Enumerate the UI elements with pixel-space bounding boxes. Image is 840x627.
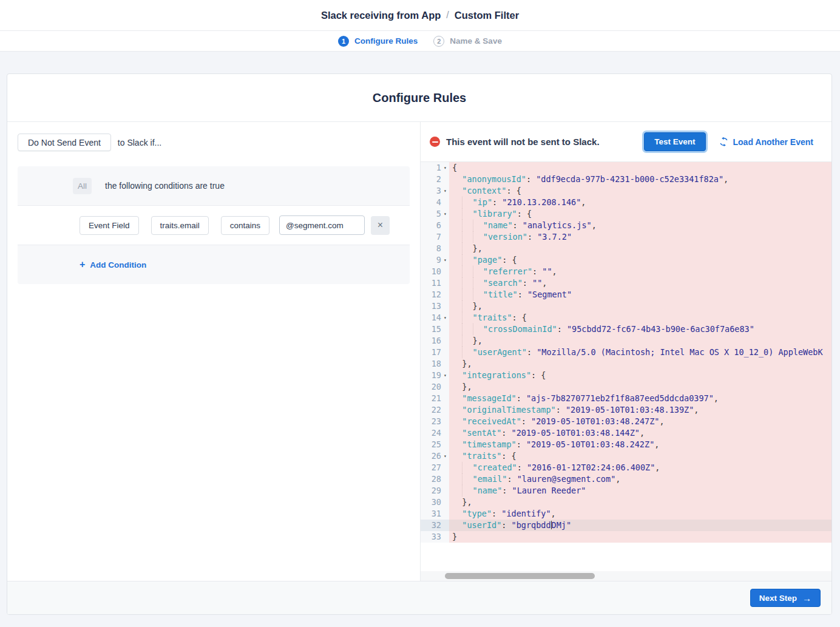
fold-spacer <box>441 300 449 312</box>
remove-condition-button[interactable]: × <box>371 216 390 235</box>
line-number: 30 <box>432 497 441 508</box>
plus-icon: + <box>80 259 85 270</box>
line-number: 33 <box>432 531 441 543</box>
group-operator-chip[interactable]: All <box>73 178 92 194</box>
code-line: 32 "userId": "bgrqbddDMj" <box>421 520 832 531</box>
breadcrumb-page: Custom Filter <box>455 10 519 21</box>
condition-row: Event Field traits.email contains × <box>18 206 410 245</box>
code-line: 11 "search": "", <box>421 277 832 289</box>
fold-spacer <box>441 381 449 393</box>
condition-operator-button[interactable]: contains <box>221 216 269 235</box>
fold-spacer <box>441 416 449 427</box>
fold-spacer <box>441 197 449 208</box>
line-number: 13 <box>432 300 441 312</box>
horizontal-scrollbar <box>421 571 832 581</box>
code-line: 16 }, <box>421 335 832 347</box>
fold-spacer <box>441 520 449 531</box>
code-line: 10 "referrer": "", <box>421 266 832 277</box>
code-line: 26▾ "traits": { <box>421 450 832 462</box>
code-line: 4 "ip": "210.13.208.146", <box>421 197 832 208</box>
next-step-button[interactable]: Next Step → <box>750 589 821 607</box>
code-line: 30 }, <box>421 497 832 508</box>
code-line: 9▾ "page": { <box>421 254 832 266</box>
editor-empty-area <box>421 543 832 571</box>
fold-toggle-icon[interactable]: ▾ <box>441 370 449 381</box>
add-condition-button[interactable]: + Add Condition <box>18 245 410 284</box>
line-number: 3 <box>436 185 441 197</box>
fold-spacer <box>441 393 449 404</box>
fold-spacer <box>441 266 449 277</box>
add-condition-label: Add Condition <box>90 260 146 269</box>
configure-rules-card: Configure Rules Do Not Send Event to Sla… <box>7 73 832 615</box>
condition-value-input[interactable] <box>279 215 365 235</box>
code-line: 23 "receivedAt": "2019-05-10T01:03:48.24… <box>421 416 832 427</box>
code-line: 8 }, <box>421 243 832 254</box>
line-number: 21 <box>432 393 441 404</box>
line-number: 28 <box>432 473 441 485</box>
line-number: 26 <box>432 450 441 462</box>
code-line: 25 "timestamp": "2019-05-10T01:03:48.242… <box>421 439 832 450</box>
conditions-group: All the following conditions are true Ev… <box>18 166 410 284</box>
line-number: 11 <box>432 277 441 289</box>
line-number: 32 <box>432 520 441 531</box>
fold-toggle-icon[interactable]: ▾ <box>441 208 449 220</box>
line-number: 31 <box>432 508 441 520</box>
line-number: 16 <box>432 335 441 347</box>
action-suffix-label: to Slack if... <box>118 138 161 147</box>
load-another-event-link[interactable]: Load Another Event <box>719 137 814 147</box>
test-event-button[interactable]: Test Event <box>644 132 705 151</box>
step-1-label: Configure Rules <box>354 36 418 46</box>
fold-toggle-icon[interactable]: ▾ <box>441 162 449 174</box>
line-number: 2 <box>436 174 441 185</box>
line-number: 1 <box>436 162 441 174</box>
fold-toggle-icon[interactable]: ▾ <box>441 450 449 462</box>
step-configure-rules[interactable]: 1 Configure Rules <box>338 36 418 47</box>
line-number: 5 <box>436 208 441 220</box>
fold-spacer <box>441 335 449 347</box>
fold-toggle-icon[interactable]: ▾ <box>441 254 449 266</box>
code-line: 28 "email": "lauren@segment.com", <box>421 473 832 485</box>
fold-spacer <box>441 220 449 231</box>
code-line: 3▾ "context": { <box>421 185 832 197</box>
code-line: 29 "name": "Lauren Reeder" <box>421 485 832 497</box>
step-2-label: Name & Save <box>450 36 502 46</box>
fold-spacer <box>441 289 449 300</box>
code-line: 18 }, <box>421 358 832 370</box>
load-another-event-label: Load Another Event <box>733 137 814 147</box>
line-number: 7 <box>436 231 441 243</box>
fold-spacer <box>441 243 449 254</box>
fold-spacer <box>441 462 449 473</box>
blocked-icon <box>430 137 440 147</box>
line-number: 4 <box>436 197 441 208</box>
condition-type-button[interactable]: Event Field <box>80 216 139 235</box>
arrow-right-icon: → <box>802 593 811 603</box>
code-line: 21 "messageId": "ajs-7b8270771eb2f1f8a87… <box>421 393 832 404</box>
event-preview-panel: This event will not be sent to Slack. Te… <box>421 122 832 581</box>
condition-field-button[interactable]: traits.email <box>151 216 209 235</box>
send-action-toggle-button[interactable]: Do Not Send Event <box>18 134 111 151</box>
fold-toggle-icon[interactable]: ▾ <box>441 312 449 324</box>
line-number: 17 <box>432 347 441 358</box>
step-2-badge: 2 <box>433 36 444 47</box>
fold-toggle-icon[interactable]: ▾ <box>441 185 449 197</box>
breadcrumb: Slack receiving from App / Custom Filter <box>0 0 840 31</box>
json-code-editor[interactable]: 1▾{2 "anonymousId": "ddf9ecda-977b-4231-… <box>421 162 832 581</box>
step-indicator: 1 Configure Rules 2 Name & Save <box>0 31 840 52</box>
fold-spacer <box>441 231 449 243</box>
fold-spacer <box>441 174 449 185</box>
fold-spacer <box>441 485 449 497</box>
fold-spacer <box>441 427 449 439</box>
code-line: 24 "sentAt": "2019-05-10T01:03:48.144Z", <box>421 427 832 439</box>
code-line: 20 }, <box>421 381 832 393</box>
step-name-save[interactable]: 2 Name & Save <box>433 36 502 47</box>
line-number: 24 <box>432 427 441 439</box>
refresh-icon <box>719 137 728 146</box>
line-number: 29 <box>432 485 441 497</box>
scrollbar-thumb[interactable] <box>445 573 595 579</box>
fold-spacer <box>441 439 449 450</box>
code-line: 27 "created": "2016-01-12T02:24:06.400Z"… <box>421 462 832 473</box>
code-line: 19▾ "integrations": { <box>421 370 832 381</box>
page-title: Configure Rules <box>7 74 832 122</box>
line-number: 27 <box>432 462 441 473</box>
code-line: 5▾ "library": { <box>421 208 832 220</box>
